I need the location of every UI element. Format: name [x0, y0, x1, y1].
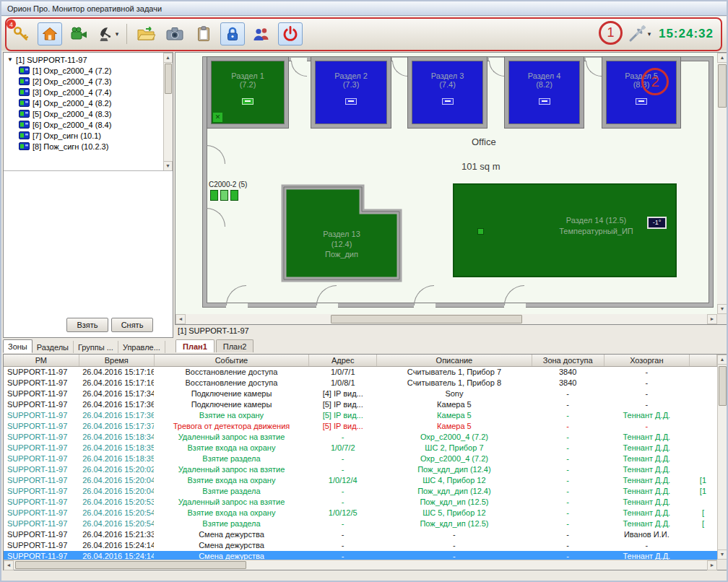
plan-room[interactable]: Раздел 5(8.3): [602, 57, 680, 128]
tree-item[interactable]: [1] Охр_с2000_4 (7.2): [4, 65, 173, 76]
export-button[interactable]: [134, 22, 158, 45]
operators-button[interactable]: [249, 22, 274, 45]
snapshot-button[interactable]: [162, 22, 187, 45]
table-horizontal-scrollbar[interactable]: [4, 560, 717, 570]
col-header-owner[interactable]: Хозорган: [604, 355, 689, 366]
tab-группы-[interactable]: Группы ...: [74, 341, 118, 353]
report-button[interactable]: [191, 22, 216, 45]
col-header-zone[interactable]: Зона доступа: [532, 355, 604, 366]
tree-item[interactable]: [4] Охр_с2000_4 (8.2): [4, 97, 173, 108]
scroll-left-icon[interactable]: [176, 314, 186, 324]
event-row[interactable]: SUPPORT-11-9726.04.2016 15:18:34Удаленны…: [4, 432, 717, 443]
reader-icon[interactable]: [230, 190, 238, 201]
tree-item[interactable]: [2] Охр_с2000_4 (7.3): [4, 76, 173, 87]
tree-item[interactable]: [3] Охр_с2000_4 (7.4): [4, 87, 173, 97]
scroll-down-icon[interactable]: [717, 550, 727, 560]
scroll-left-icon[interactable]: [4, 560, 14, 570]
scrollbar-thumb[interactable]: [165, 64, 172, 94]
col-header-time[interactable]: Время: [79, 355, 154, 366]
cell-time: 26.04.2016 15:18:34: [79, 432, 154, 443]
cell-time: 26.04.2016 15:18:35: [79, 443, 154, 453]
scroll-up-icon[interactable]: [717, 355, 727, 365]
col-header-event[interactable]: Событие: [154, 355, 308, 366]
door-icon[interactable]: [220, 190, 228, 201]
event-row[interactable]: SUPPORT-11-9726.04.2016 15:21:33Смена де…: [4, 529, 717, 540]
scrollbar-thumb[interactable]: [15, 561, 246, 569]
scroll-down-icon[interactable]: [717, 304, 727, 314]
scroll-right-icon[interactable]: [707, 314, 717, 324]
event-row[interactable]: SUPPORT-11-9726.04.2016 15:17:37Тревога …: [4, 421, 717, 432]
col-header-extra[interactable]: [689, 355, 716, 366]
plan-room[interactable]: Раздел 3(7.4): [408, 57, 487, 128]
cell-rm: SUPPORT-11-97: [4, 443, 79, 453]
event-row[interactable]: SUPPORT-11-9726.04.2016 15:20:02Удаленны…: [4, 464, 717, 475]
event-row[interactable]: SUPPORT-11-9726.04.2016 15:20:54Взятие р…: [4, 518, 717, 529]
col-header-rm[interactable]: РМ: [4, 355, 79, 366]
device-icon: [19, 110, 30, 118]
exit-button[interactable]: [278, 22, 303, 45]
event-row[interactable]: SUPPORT-11-9726.04.2016 15:17:36Взятие н…: [4, 410, 717, 421]
col-header-addr[interactable]: Адрес: [309, 355, 377, 366]
plan-tab[interactable]: План1: [176, 339, 214, 352]
event-row[interactable]: SUPPORT-11-9726.04.2016 15:17:16Восстано…: [4, 378, 717, 388]
event-row[interactable]: SUPPORT-11-9726.04.2016 15:17:16Восстано…: [4, 366, 717, 378]
scroll-down-icon[interactable]: [163, 161, 173, 171]
plan-tab[interactable]: План2: [216, 339, 254, 352]
video-button[interactable]: [66, 22, 91, 45]
event-row[interactable]: SUPPORT-11-9726.04.2016 15:24:14Смена де…: [4, 540, 717, 551]
tree-item[interactable]: [5] Охр_с2000_4 (8.3): [4, 108, 173, 119]
event-row[interactable]: SUPPORT-11-9726.04.2016 15:20:04Взятие р…: [4, 486, 717, 497]
cell-extra: [689, 410, 716, 421]
tree-item[interactable]: [6] Охр_с2000_4 (8.4): [4, 119, 173, 130]
table-vertical-scrollbar[interactable]: [717, 355, 727, 560]
key-button[interactable]: 4: [9, 22, 33, 45]
tree-scrollbar[interactable]: [163, 53, 173, 171]
scrollbar-thumb[interactable]: [719, 366, 727, 406]
event-row[interactable]: SUPPORT-11-9726.04.2016 15:17:36Подключе…: [4, 399, 717, 410]
event-row[interactable]: SUPPORT-11-9726.04.2016 15:17:34Подключе…: [4, 388, 717, 399]
monitoring-button[interactable]: [95, 22, 120, 45]
event-row[interactable]: SUPPORT-11-9726.04.2016 15:18:35Взятие р…: [4, 453, 717, 464]
tab-разделы[interactable]: Разделы: [32, 341, 74, 353]
cell-time: 26.04.2016 15:17:16: [79, 366, 154, 378]
reader-icon[interactable]: [210, 190, 218, 201]
scrollbar-thumb[interactable]: [718, 64, 727, 108]
lock-button[interactable]: [220, 22, 245, 45]
settings-button[interactable]: [627, 22, 651, 45]
plan-room[interactable]: Раздел 4(8.2): [505, 57, 584, 128]
tab-зоны[interactable]: Зоны: [3, 339, 32, 353]
event-row[interactable]: SUPPORT-11-9726.04.2016 15:18:35Взятие в…: [4, 443, 717, 453]
temperature-badge: -1°: [647, 217, 667, 229]
room-indicator: [636, 98, 647, 105]
plan-room[interactable]: Раздел 2(7.3): [311, 57, 391, 128]
event-row[interactable]: SUPPORT-11-9726.04.2016 15:20:53Удаленны…: [4, 497, 717, 508]
tab-управле-[interactable]: Управле...: [118, 341, 165, 353]
device-icons[interactable]: [210, 190, 238, 201]
col-header-desc[interactable]: Описание: [377, 355, 532, 366]
scroll-up-icon[interactable]: [717, 53, 727, 63]
cell-addr: [5] IP вид...: [309, 410, 377, 421]
clipboard-icon: [195, 25, 212, 43]
plan-canvas[interactable]: Office 101 sq m С2000-2 (5) 0 Раздел 13 …: [176, 53, 717, 314]
plan-room[interactable]: Раздел 1(7.2): [207, 57, 288, 128]
cell-extra: [689, 399, 716, 410]
plan-vertical-scrollbar[interactable]: [717, 53, 727, 314]
home-button[interactable]: [38, 22, 62, 45]
scrollbar-thumb[interactable]: [331, 315, 522, 323]
tree-root-node[interactable]: [1] SUPPORT-11-97: [4, 54, 173, 65]
cell-time: 26.04.2016 15:17:34: [79, 388, 154, 399]
sensor-icon[interactable]: [477, 228, 484, 235]
room-14[interactable]: Раздел 14 (12.5) Температурный_ИП -1°: [453, 183, 677, 277]
room-number: (8.2): [508, 80, 580, 89]
arm-button[interactable]: Взять: [66, 318, 108, 332]
cell-extra: [689, 464, 716, 475]
tree-item[interactable]: [8] Пож_сигн (10.2.3): [4, 141, 173, 152]
disarm-button[interactable]: Снять: [111, 318, 153, 332]
scroll-up-icon[interactable]: [163, 53, 173, 63]
scroll-right-icon[interactable]: [707, 560, 717, 570]
cell-desc: Sony: [377, 388, 532, 399]
tree-item[interactable]: [7] Охр_сигн (10.1): [4, 130, 173, 141]
event-row[interactable]: SUPPORT-11-9726.04.2016 15:20:54Взятие в…: [4, 508, 717, 518]
event-row[interactable]: SUPPORT-11-9726.04.2016 15:20:04Взятие в…: [4, 475, 717, 486]
plan-horizontal-scrollbar[interactable]: [176, 314, 717, 324]
